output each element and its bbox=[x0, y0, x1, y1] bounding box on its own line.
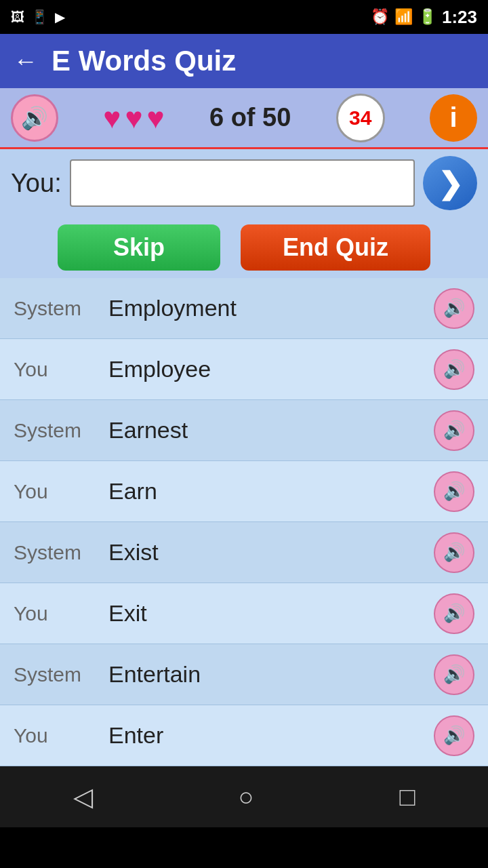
row-sound-button[interactable]: 🔊 bbox=[434, 410, 474, 451]
info-row: 🔊 ♥ ♥ ♥ 6 of 50 34 i bbox=[0, 88, 488, 149]
list-item: YouEnter🔊 bbox=[0, 705, 488, 766]
row-source-label: You bbox=[14, 358, 108, 381]
word-list: SystemEmployment🔊YouEmployee🔊SystemEarne… bbox=[0, 278, 488, 766]
page-title: E Words Quiz bbox=[52, 45, 236, 77]
time-display: 1:23 bbox=[442, 7, 477, 28]
heart-2: ♥ bbox=[125, 101, 142, 135]
progress-text: 6 of 50 bbox=[209, 103, 291, 132]
skip-button[interactable]: Skip bbox=[58, 224, 220, 271]
row-word-text: Entertain bbox=[108, 661, 434, 688]
status-bar: 🖼 📱 ▶ ⏰ 📶 🔋 1:23 bbox=[0, 0, 488, 34]
list-item: SystemEarnest🔊 bbox=[0, 400, 488, 461]
input-row: You: ❯ bbox=[0, 149, 488, 217]
nav-recent-button[interactable]: □ bbox=[400, 783, 415, 812]
top-bar: ← E Words Quiz bbox=[0, 34, 488, 88]
list-item: SystemExist🔊 bbox=[0, 522, 488, 583]
photo-status-icon: 🖼 bbox=[11, 9, 24, 25]
row-word-text: Exist bbox=[108, 539, 434, 566]
row-sound-button[interactable]: 🔊 bbox=[434, 654, 474, 695]
hearts-display: ♥ ♥ ♥ bbox=[103, 101, 164, 135]
status-left-icons: 🖼 📱 ▶ bbox=[11, 9, 65, 25]
speaker-icon: 🔊 bbox=[443, 298, 465, 319]
sound-icon: 🔊 bbox=[21, 105, 48, 131]
row-source-label: System bbox=[14, 419, 108, 442]
timer-value: 34 bbox=[349, 106, 371, 130]
timer-display: 34 bbox=[336, 94, 385, 142]
row-source-label: You bbox=[14, 602, 108, 625]
row-source-label: You bbox=[14, 480, 108, 503]
row-word-text: Exit bbox=[108, 600, 434, 627]
nav-home-button[interactable]: ○ bbox=[239, 783, 254, 812]
row-word-text: Employee bbox=[108, 356, 434, 382]
row-sound-button[interactable]: 🔊 bbox=[434, 471, 474, 512]
row-word-text: Earnest bbox=[108, 417, 434, 443]
sound-button[interactable]: 🔊 bbox=[11, 94, 58, 142]
speaker-icon: 🔊 bbox=[443, 725, 465, 746]
heart-1: ♥ bbox=[103, 101, 121, 135]
speaker-icon: 🔊 bbox=[443, 359, 465, 380]
back-button[interactable]: ← bbox=[14, 47, 38, 75]
row-source-label: System bbox=[14, 297, 108, 320]
alarm-icon: ⏰ bbox=[371, 8, 389, 26]
row-sound-button[interactable]: 🔊 bbox=[434, 715, 474, 756]
next-button[interactable]: ❯ bbox=[423, 156, 477, 210]
speaker-icon: 🔊 bbox=[443, 664, 465, 685]
battery-icon: 🔋 bbox=[418, 8, 436, 26]
row-word-text: Earn bbox=[108, 478, 434, 505]
list-item: SystemEntertain🔊 bbox=[0, 644, 488, 705]
row-source-label: System bbox=[14, 541, 108, 564]
next-arrow-icon: ❯ bbox=[438, 166, 463, 201]
row-sound-button[interactable]: 🔊 bbox=[434, 288, 474, 329]
end-quiz-button[interactable]: End Quiz bbox=[241, 224, 430, 271]
row-sound-button[interactable]: 🔊 bbox=[434, 349, 474, 390]
status-right-icons: ⏰ 📶 🔋 1:23 bbox=[371, 7, 477, 28]
action-row: Skip End Quiz bbox=[0, 217, 488, 278]
phone-status-icon: 📱 bbox=[31, 9, 48, 25]
list-item: SystemEmployment🔊 bbox=[0, 278, 488, 339]
list-item: YouEarn🔊 bbox=[0, 461, 488, 522]
speaker-icon: 🔊 bbox=[443, 603, 465, 624]
heart-3: ♥ bbox=[147, 101, 165, 135]
list-item: YouExit🔊 bbox=[0, 583, 488, 644]
row-word-text: Enter bbox=[108, 722, 434, 749]
speaker-icon: 🔊 bbox=[443, 481, 465, 502]
play-status-icon: ▶ bbox=[55, 9, 65, 25]
you-label: You: bbox=[11, 169, 62, 198]
bottom-nav: ◁ ○ □ bbox=[0, 766, 488, 827]
nav-back-button[interactable]: ◁ bbox=[73, 782, 93, 812]
signal-icon: 📶 bbox=[394, 8, 413, 26]
row-source-label: System bbox=[14, 663, 108, 686]
row-sound-button[interactable]: 🔊 bbox=[434, 532, 474, 573]
list-item: YouEmployee🔊 bbox=[0, 339, 488, 400]
row-source-label: You bbox=[14, 724, 108, 747]
row-sound-button[interactable]: 🔊 bbox=[434, 593, 474, 634]
info-icon: i bbox=[449, 102, 457, 133]
row-word-text: Employment bbox=[108, 295, 434, 321]
info-button[interactable]: i bbox=[430, 94, 477, 142]
speaker-icon: 🔊 bbox=[443, 542, 465, 563]
answer-input[interactable] bbox=[70, 159, 415, 207]
speaker-icon: 🔊 bbox=[443, 420, 465, 441]
